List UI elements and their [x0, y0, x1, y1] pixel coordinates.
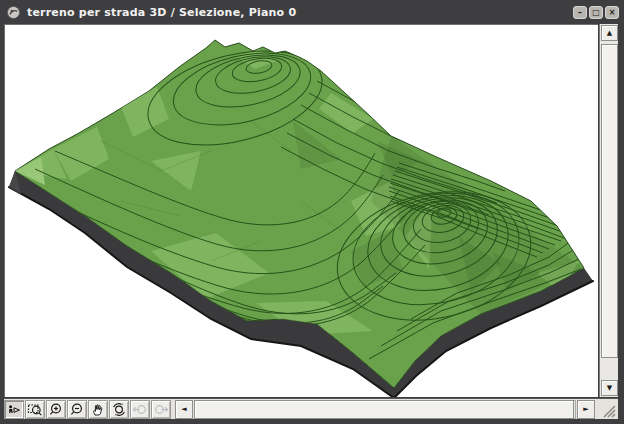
- resize-grip-icon: [598, 400, 618, 419]
- vertical-scrollbar-thumb[interactable]: [601, 44, 618, 358]
- fit-in-window-button[interactable]: [109, 400, 129, 419]
- minimize-button[interactable]: –: [573, 6, 587, 19]
- horizontal-scrollbar-thumb[interactable]: [194, 400, 574, 419]
- zoom-out-button[interactable]: [67, 400, 87, 419]
- previous-zoom-button[interactable]: [130, 400, 150, 419]
- magnifier-area-icon: [27, 402, 43, 418]
- scroll-right-button[interactable]: ►: [577, 400, 595, 419]
- window-app-icon: [6, 5, 21, 20]
- hand-icon: [90, 402, 106, 418]
- walk-fly-icon: [6, 402, 22, 418]
- zoom-in-button[interactable]: [46, 400, 66, 419]
- window-title: terreno per strada 3D / Selezione, Piano…: [27, 6, 296, 19]
- scroll-down-button[interactable]: ▼: [601, 380, 618, 396]
- maximize-button[interactable]: □: [589, 6, 603, 19]
- bottom-toolbar: ◄ ►: [4, 398, 618, 419]
- magnifier-back-icon: [132, 402, 148, 418]
- magnifier-forward-icon: [153, 402, 169, 418]
- magnifier-plus-icon: [48, 402, 64, 418]
- scroll-up-button[interactable]: ▲: [601, 25, 618, 41]
- titlebar[interactable]: terreno per strada 3D / Selezione, Piano…: [3, 3, 621, 22]
- vertical-scrollbar[interactable]: ▲ ▼: [599, 24, 618, 397]
- pan-button[interactable]: [88, 400, 108, 419]
- window-controls: – □ ×: [573, 6, 621, 19]
- magnifier-minus-icon: [69, 402, 85, 418]
- next-zoom-button[interactable]: [151, 400, 171, 419]
- magnifier-fit-icon: [111, 402, 127, 418]
- scroll-left-button[interactable]: ◄: [175, 400, 193, 419]
- 3d-view-window: terreno per strada 3D / Selezione, Piano…: [0, 0, 624, 424]
- 3d-viewport[interactable]: [4, 24, 598, 397]
- close-button[interactable]: ×: [605, 6, 619, 19]
- navigation-mode-button[interactable]: [4, 400, 24, 419]
- zoom-area-button[interactable]: [25, 400, 45, 419]
- terrain-model: [5, 25, 598, 397]
- window-resize-grip[interactable]: [598, 400, 618, 419]
